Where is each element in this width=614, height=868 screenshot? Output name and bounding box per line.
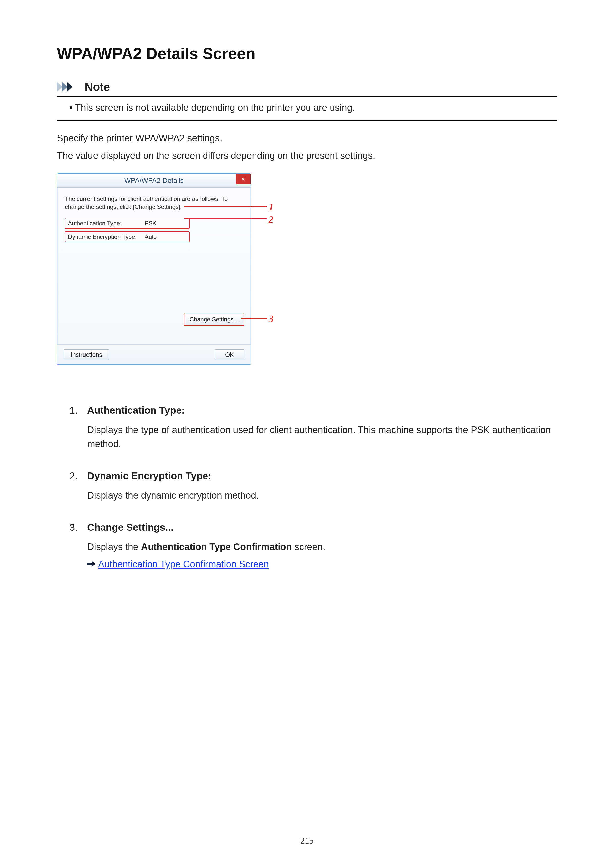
auth-confirm-link[interactable]: Authentication Type Confirmation Screen [98, 559, 269, 570]
dialog-screenshot: WPA/WPA2 Details × The current settings … [57, 174, 280, 368]
intro-p1: Specify the printer WPA/WPA2 settings. [57, 133, 557, 144]
svg-marker-0 [57, 82, 62, 92]
svg-marker-2 [67, 82, 72, 92]
explain-item-1: Authentication Type: Displays the type o… [69, 405, 557, 451]
wpa-details-dialog: WPA/WPA2 Details × The current settings … [57, 174, 251, 365]
ok-button[interactable]: OK [215, 349, 244, 360]
callout-3: 3 [269, 313, 274, 325]
divider [57, 96, 557, 97]
note-text: This screen is not available depending o… [69, 102, 557, 113]
note-heading: Note [85, 80, 110, 93]
callout-line-1 [184, 206, 267, 207]
encryption-type-row: Dynamic Encryption Type: Auto [65, 231, 190, 242]
page-number: 215 [0, 835, 614, 846]
callout-2: 2 [269, 214, 274, 225]
intro-block: Specify the printer WPA/WPA2 settings. T… [57, 133, 557, 161]
explain-item-1-body: Displays the type of authentication used… [87, 423, 557, 451]
instructions-button[interactable]: Instructions [64, 349, 109, 360]
encryption-type-value: Auto [145, 233, 157, 240]
explain-item-3-suffix: screen. [292, 542, 325, 552]
auth-type-label: Authentication Type: [68, 220, 145, 227]
auth-type-row: Authentication Type: PSK [65, 218, 190, 229]
note-block: Note This screen is not available depend… [57, 80, 557, 121]
explain-item-3-body: Displays the Authentication Type Confirm… [87, 540, 557, 554]
callout-line-3 [241, 318, 267, 319]
close-button[interactable]: × [236, 174, 250, 184]
change-settings-rest: hange Settings... [194, 316, 238, 322]
callout-1: 1 [269, 201, 274, 213]
auth-type-value: PSK [145, 220, 157, 227]
explanation-list: Authentication Type: Displays the type o… [57, 405, 557, 570]
divider [57, 119, 557, 121]
change-settings-button[interactable]: Change Settings... [184, 313, 244, 326]
explain-item-3-bold: Authentication Type Confirmation [141, 542, 292, 552]
dialog-title: WPA/WPA2 Details [124, 177, 184, 184]
encryption-type-label: Dynamic Encryption Type: [68, 233, 145, 240]
explain-item-2-body: Displays the dynamic encryption method. [87, 488, 557, 502]
explain-item-2-title: Dynamic Encryption Type: [87, 470, 557, 482]
explain-item-3: Change Settings... Displays the Authenti… [69, 522, 557, 570]
intro-p2: The value displayed on the screen differ… [57, 150, 557, 161]
callout-line-2 [184, 219, 267, 219]
svg-marker-1 [62, 82, 67, 92]
explain-item-2: Dynamic Encryption Type: Displays the dy… [69, 470, 557, 502]
chevrons-icon [57, 82, 81, 92]
explain-item-3-prefix: Displays the [87, 542, 141, 552]
dialog-titlebar: WPA/WPA2 Details × [58, 174, 250, 188]
close-icon: × [241, 175, 245, 183]
change-settings-accel: C [190, 316, 194, 322]
page-title: WPA/WPA2 Details Screen [57, 45, 557, 63]
dialog-instructions: The current settings for client authenti… [65, 195, 243, 211]
explain-item-1-title: Authentication Type: [87, 405, 557, 416]
arrow-right-icon [87, 560, 96, 569]
explain-item-3-title: Change Settings... [87, 522, 557, 533]
